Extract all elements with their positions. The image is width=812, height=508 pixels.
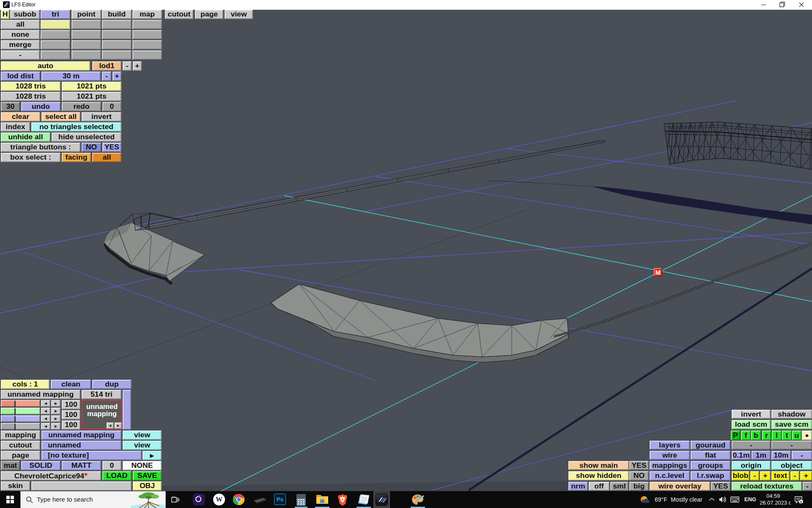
svg-text:M: M	[656, 269, 661, 276]
svg-text:1: 1	[800, 500, 802, 504]
